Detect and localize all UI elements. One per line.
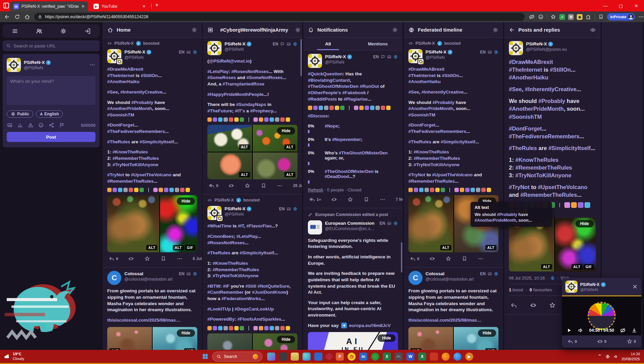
taskbar-icon-media-player[interactable]: ▶ — [465, 353, 473, 361]
feedback-icon[interactable] — [538, 14, 544, 20]
post-link[interactable]: thisiscolossal.com/2025/08/mas… — [408, 317, 498, 324]
user-handle[interactable]: @PSiReN@psiren.eu — [526, 47, 596, 52]
home-icon[interactable] — [22, 14, 32, 20]
display-name[interactable]: PSiReN-X — [24, 60, 45, 65]
hide-media-button[interactable]: Hide — [177, 197, 195, 205]
more-icon[interactable] — [89, 62, 95, 68]
taskbar-icon-linkedin[interactable]: in — [359, 353, 367, 361]
user-handle[interactable]: @PSiReN — [580, 288, 629, 292]
post[interactable]: PSiReN-X @PSiReN EN #DrawMeABrexit #TheI… — [103, 46, 202, 266]
post-button[interactable]: Post — [7, 132, 95, 142]
image-magenta-rose[interactable]: ALT — [253, 152, 297, 179]
scrollbar[interactable] — [300, 39, 302, 76]
poll-icon[interactable] — [17, 122, 23, 128]
extensions-puzzle-icon[interactable] — [586, 14, 592, 20]
browser-tab-youtube[interactable]: ▶ YouTube ✕ — [90, 1, 149, 11]
display-name[interactable]: European Commission — [325, 221, 374, 226]
close-player-icon[interactable] — [632, 284, 638, 290]
boost-button[interactable] — [128, 256, 134, 262]
avatar[interactable]: C — [107, 271, 121, 285]
hide-media-button[interactable]: Hide — [277, 127, 295, 135]
display-name[interactable]: PSiReN-X — [325, 54, 346, 59]
user-handle[interactable]: @PSiReN — [426, 55, 477, 60]
taskbar-icon-access[interactable] — [325, 352, 333, 361]
more-button[interactable] — [478, 256, 484, 262]
favourite-button[interactable] — [445, 256, 451, 262]
taskbar-search[interactable]: Search — [212, 352, 263, 362]
menu-icon[interactable] — [11, 28, 18, 35]
media-attachments[interactable]: AI IN EU SECURE TRUSTWORTHY HUMAN-CENTRI… — [308, 332, 398, 350]
hide-media-button[interactable]: Hide — [377, 334, 396, 342]
post[interactable]: PSiReN-X @PSiReN EN (@PSiReN@vmst.io) #L… — [203, 38, 302, 193]
column-header[interactable]: Federated timeline — [404, 22, 503, 38]
reply-button[interactable]: 0 — [567, 338, 577, 344]
favorite-star-icon[interactable] — [550, 14, 556, 20]
taskbar-icon-powerpoint[interactable]: P — [336, 353, 344, 361]
url-text[interactable]: https://psiren.eu/deck/@PSiReN/114805530… — [45, 14, 148, 19]
image-glitch-gif[interactable]: HideALTGIF — [160, 195, 197, 252]
favourite-button[interactable] — [244, 183, 250, 189]
boost-button[interactable] — [530, 302, 537, 309]
display-name[interactable]: PSiReN-X — [526, 41, 547, 46]
hide-media-button[interactable]: Hide — [575, 220, 594, 227]
user-handle[interactable]: @PSiReN — [24, 66, 86, 70]
column-settings-icon[interactable] — [392, 27, 398, 33]
bookmark-button[interactable] — [160, 256, 166, 262]
user-handle[interactable]: @PSiReN — [225, 212, 276, 217]
user-handle[interactable]: @colossal@mastodon.art — [426, 277, 477, 282]
user-handle[interactable]: @colossal@mastodon.art — [124, 277, 176, 282]
image-coneflowers[interactable]: HideALT — [253, 333, 297, 350]
tab-mentions[interactable]: Mentions — [353, 38, 403, 50]
tray-chevron-icon[interactable]: ⌃ — [598, 353, 602, 360]
image-eu-ai-act[interactable]: AI IN EU SECURE TRUSTWORTHY HUMAN-CENTRI… — [308, 332, 398, 350]
content-warning-icon[interactable] — [28, 122, 34, 128]
display-name[interactable]: PSiReN-X — [426, 49, 446, 54]
avatar[interactable] — [308, 54, 322, 68]
image-peach-rose[interactable]: ALT — [207, 152, 252, 179]
maximize-button[interactable]: ▢ — [613, 0, 629, 11]
tab-close-icon[interactable]: ✕ — [142, 4, 146, 9]
taskbar-clock[interactable]: 14:39 20/08/2025 — [621, 352, 640, 361]
favourite-button[interactable] — [549, 302, 556, 309]
favourites-link[interactable]: favourites — [533, 287, 552, 292]
close-button[interactable]: ✕ — [629, 0, 644, 11]
back-icon[interactable] — [2, 14, 12, 20]
reply-all-button[interactable]: 0 — [209, 183, 218, 189]
taskbar-icon-firefox[interactable] — [442, 353, 450, 361]
poll-option[interactable]: 0%#Nope; — [308, 123, 398, 133]
new-tab-button[interactable]: + — [155, 2, 158, 8]
tab-close-icon[interactable]: ✕ — [81, 4, 85, 9]
poll-option[interactable]: 0%#TheGhostOfMisterDen is #DeadDood...? — [308, 169, 398, 184]
taskbar-icon-xbox[interactable] — [371, 353, 379, 361]
user-handle[interactable]: @PSiReN — [124, 55, 176, 60]
favourite-button[interactable] — [347, 196, 353, 203]
image-nasturtiums[interactable]: HideALT — [253, 125, 297, 152]
display-name[interactable]: PSiReN-X — [580, 282, 600, 287]
taskbar-icon-clipchamp[interactable] — [267, 353, 275, 361]
play-button[interactable] — [566, 327, 572, 333]
poll-option[interactable]: 0%It's #Nopevember; — [308, 137, 398, 147]
column-settings-icon[interactable] — [492, 27, 498, 33]
column-settings-icon[interactable] — [295, 27, 301, 33]
gear-icon[interactable] — [60, 28, 67, 35]
column-header[interactable]: Notifications — [303, 22, 403, 38]
post[interactable]: PSiReN-X @PSiReN EN #QuickQuestion: Has … — [303, 50, 403, 207]
inprivate-badge[interactable]: InPrivate — [607, 13, 635, 21]
avatar[interactable] — [565, 281, 577, 293]
hide-media-button[interactable]: Hide — [277, 336, 295, 343]
timestamp[interactable]: 6 Jul — [193, 256, 202, 261]
avatar[interactable] — [308, 220, 322, 234]
bookmark-button[interactable] — [363, 196, 369, 203]
post[interactable]: PSiReN-X @PSiReN EN #WhatTime is #IT, #F… — [203, 203, 302, 350]
more-button[interactable] — [277, 183, 283, 189]
display-name[interactable]: PSiReN-X — [124, 49, 145, 54]
more-button[interactable] — [379, 196, 386, 203]
taskbar-icon-edge[interactable] — [303, 353, 311, 361]
media-attachments[interactable]: ALT HideALT ALT ALT — [207, 333, 297, 350]
attach-image-icon[interactable] — [7, 122, 13, 128]
browser-tab-active[interactable]: m PSiReN-X :verified_paw: "#DrawM ✕ — [10, 1, 88, 11]
avatar[interactable] — [7, 58, 21, 72]
address-bar[interactable]: https://psiren.eu/deck/@PSiReN/114805530… — [34, 13, 525, 21]
image-warriors[interactable]: ALT — [107, 195, 159, 252]
language-button[interactable]: AEnglish — [36, 110, 63, 118]
